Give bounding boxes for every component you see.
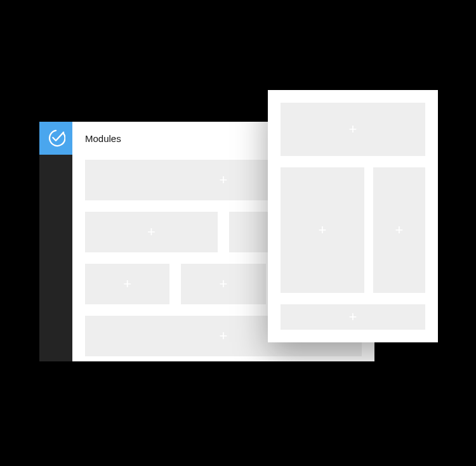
checkmark-circle-icon	[46, 129, 65, 148]
add-module-tile[interactable]: +	[85, 264, 169, 304]
page-title: Modules	[85, 133, 121, 144]
plus-icon: +	[349, 122, 357, 136]
plus-icon: +	[123, 277, 131, 291]
add-module-tile[interactable]: +	[85, 212, 218, 252]
sidebar	[39, 122, 72, 361]
plus-icon: +	[220, 277, 228, 291]
plus-icon: +	[395, 223, 403, 237]
plus-icon: +	[147, 225, 155, 239]
preview-row: + +	[281, 167, 425, 293]
plus-icon: +	[220, 329, 228, 343]
logo-tile[interactable]	[39, 122, 72, 155]
plus-icon: +	[220, 173, 228, 187]
add-module-tile[interactable]: +	[373, 167, 425, 293]
plus-icon: +	[349, 310, 357, 324]
plus-icon: +	[318, 223, 326, 237]
add-module-tile[interactable]: +	[281, 304, 425, 330]
preview-row: +	[281, 304, 425, 330]
add-module-tile[interactable]: +	[281, 167, 364, 293]
add-module-tile[interactable]: +	[281, 103, 425, 156]
floating-preview-panel: + + + +	[268, 90, 438, 342]
add-module-tile[interactable]: +	[181, 264, 265, 304]
preview-row: +	[281, 103, 425, 156]
